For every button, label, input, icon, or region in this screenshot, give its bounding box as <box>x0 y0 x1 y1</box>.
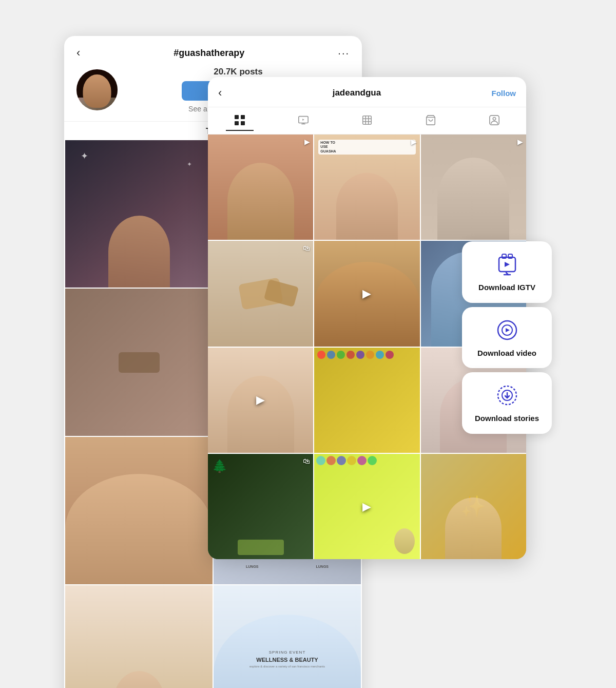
download-igtv-card[interactable]: Download IGTV <box>462 241 552 303</box>
hashtag-grid-item[interactable]: ⊡ <box>65 585 213 688</box>
hashtag-grid-item[interactable]: ✦ ✦ <box>65 140 213 288</box>
tab-book[interactable] <box>353 110 381 131</box>
svg-point-15 <box>493 118 496 121</box>
tab-shop[interactable] <box>417 110 445 131</box>
profile-grid-item[interactable]: ✨ <box>421 454 526 559</box>
profile-grid-item[interactable] <box>314 348 419 453</box>
shopping-bag-icon: 🛍 <box>303 457 310 465</box>
tab-tv[interactable] <box>290 110 317 131</box>
tab-grid[interactable] <box>226 110 254 131</box>
posts-count: 20.7K posts <box>214 67 262 77</box>
profile-grid-item[interactable]: HOW TOUSEGUASHA ▶ <box>314 135 419 240</box>
download-stories-label: Download stories <box>475 413 539 424</box>
profile-username: jadeandgua <box>333 88 381 98</box>
play-icon: ▶ <box>256 393 265 407</box>
svg-marker-20 <box>505 262 510 267</box>
profile-tabs <box>208 107 526 135</box>
video-play-icon: ▶ <box>304 138 310 146</box>
profile-grid-item[interactable]: ▶ <box>208 135 313 240</box>
hashtag-grid-item[interactable] <box>65 437 213 584</box>
profile-header: ‹ jadeandgua Follow <box>208 77 526 107</box>
video-play-icon: ▶ <box>517 138 523 146</box>
profile-grid-item[interactable]: ▶ <box>314 241 419 346</box>
profile-back-icon[interactable]: ‹ <box>218 86 222 100</box>
svg-marker-7 <box>302 119 304 121</box>
video-play-icon: ▶ <box>411 138 417 146</box>
svg-marker-23 <box>506 328 510 332</box>
profile-grid-item[interactable]: 🛍 <box>208 241 313 346</box>
hashtag-grid-item[interactable] <box>65 289 213 436</box>
hashtag-title: #guashatherapy <box>174 48 244 59</box>
play-icon: ▶ <box>362 500 371 513</box>
scene: ‹ #guashatherapy ··· 20.7K posts Follow … <box>64 36 552 652</box>
profile-grid-item[interactable]: 🌲 🛍 <box>208 454 313 559</box>
profile-grid-item[interactable]: ▶ <box>208 348 313 453</box>
download-video-icon <box>494 317 520 343</box>
download-video-card[interactable]: Download video <box>462 307 552 369</box>
profile-grid-item[interactable]: ▶ <box>421 135 526 240</box>
profile-follow-link[interactable]: Follow <box>491 89 516 98</box>
hashtag-grid-item[interactable]: SPRING EVENT WELLNESS & BEAUTY explore &… <box>214 585 361 688</box>
play-icon: ▶ <box>362 287 371 300</box>
download-video-label: Download video <box>477 348 536 358</box>
svg-rect-8 <box>363 116 372 125</box>
back-arrow-icon[interactable]: ‹ <box>76 46 80 60</box>
svg-rect-2 <box>235 121 239 125</box>
tab-person[interactable] <box>480 110 508 131</box>
profile-grid-item[interactable]: ▶ <box>314 454 419 559</box>
svg-rect-0 <box>235 115 239 119</box>
igtv-icon <box>494 252 520 277</box>
more-options-icon[interactable]: ··· <box>338 47 350 59</box>
download-stories-icon <box>494 383 520 408</box>
svg-rect-3 <box>241 121 245 125</box>
shopping-bag-icon: 🛍 <box>303 244 310 252</box>
download-stories-card[interactable]: Download stories <box>462 372 552 434</box>
download-cards: Download IGTV Download video <box>462 241 552 434</box>
svg-rect-1 <box>241 115 245 119</box>
avatar <box>76 69 118 110</box>
hashtag-header: ‹ #guashatherapy ··· <box>64 36 362 67</box>
download-igtv-label: Download IGTV <box>478 282 535 293</box>
overlay-text: HOW TOUSEGUASHA <box>318 140 415 155</box>
